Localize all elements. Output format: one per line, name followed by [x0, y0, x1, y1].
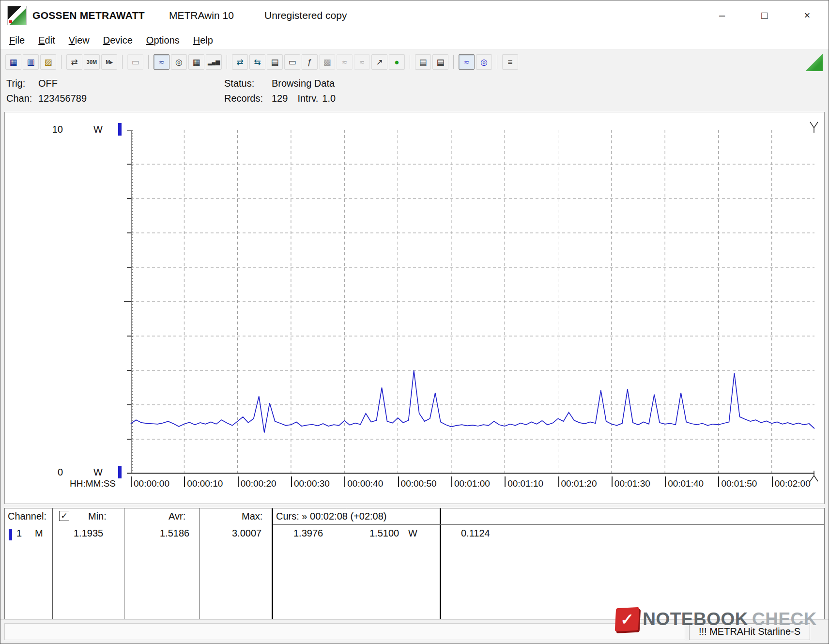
y-axis-marker-top[interactable]	[118, 123, 122, 136]
x-tick-label: 00:00:10	[187, 478, 223, 489]
zoom-cursor-icon: ◎	[480, 58, 488, 66]
x-tick	[344, 476, 345, 487]
status-label: Status:	[224, 76, 272, 91]
records-label: Records:	[224, 91, 272, 106]
monitor-icon: ▭	[288, 58, 296, 66]
menu-item-help[interactable]: Help	[186, 31, 220, 49]
memory-30m-button[interactable]: 30M	[84, 54, 100, 70]
import-data-icon: ⇄	[236, 58, 243, 66]
x-tick-label: 00:00:40	[347, 478, 383, 489]
x-axis: HH:MM:SS 00:00:0000:00:1000:00:2000:00:3…	[5, 474, 824, 503]
menu-item-edit[interactable]: Edit	[31, 31, 61, 49]
menu-item-options[interactable]: Options	[139, 31, 186, 49]
print-preview-button[interactable]: ▤	[415, 54, 431, 70]
read-device-icon: ⇄	[71, 58, 77, 66]
export-data-button[interactable]: ⇆	[249, 54, 265, 70]
x-tick-label: 00:01:50	[721, 478, 757, 489]
open-file-icon: ▨	[44, 58, 52, 66]
formula-button[interactable]: ƒ	[302, 54, 318, 70]
x-tick-label: 00:00:20	[241, 478, 276, 489]
waveform-b-button: ≈	[354, 54, 370, 70]
x-tick-label: 00:01:30	[614, 478, 650, 489]
signal-trace	[131, 370, 814, 433]
waveform-a-icon: ≈	[342, 58, 347, 66]
logo-red-dot	[9, 20, 12, 23]
plot-area[interactable]	[131, 130, 814, 474]
green-indicator-triangle-icon	[805, 54, 823, 71]
column-header-avr: Avr:	[169, 511, 185, 522]
window-app-name: METRAwin 10	[169, 0, 234, 31]
view-bar-chart-button[interactable]: ▂▄▆	[206, 54, 222, 70]
menu-item-file[interactable]: File	[2, 31, 31, 49]
menu-item-view[interactable]: View	[62, 31, 96, 49]
toolbar-separator	[227, 55, 227, 69]
column-header-cursor: Curs: » 00:02:08 (+02:08)	[276, 511, 386, 522]
interval-timer-button[interactable]: ●	[389, 54, 405, 70]
acquisition-status-info: Status:Browsing Data Records:129Intrv.1.…	[224, 76, 336, 106]
x-tick	[718, 476, 719, 487]
chart-panel: 10 W 0 W HH:MM:SS 00:00:0000:00:1000:00:…	[4, 112, 825, 504]
toolbar-separator	[122, 55, 123, 69]
annotation-button[interactable]: ≡	[502, 54, 518, 70]
save-button[interactable]: ▦	[5, 54, 21, 70]
save-as-icon: ▥	[27, 58, 34, 66]
interval-label: Intrv.	[297, 93, 318, 104]
title-bar: GOSSEN METRAWATT METRAwin 10 Unregistere…	[0, 0, 829, 31]
view-line-chart-icon: ≈	[159, 58, 164, 66]
app-window: GOSSEN METRAWATT METRAwin 10 Unregistere…	[0, 0, 829, 644]
table-divider	[440, 508, 441, 619]
export-curve-icon: ↗	[376, 58, 383, 66]
print-button[interactable]: ▤	[432, 54, 448, 70]
notebookcheck-logo-icon: ✓	[615, 607, 640, 631]
menu-item-device[interactable]: Device	[96, 31, 139, 49]
x-tick-label: 00:00:50	[401, 478, 437, 489]
x-tick	[558, 476, 559, 487]
waveform-b-icon: ≈	[360, 58, 364, 66]
zoom-signal-button[interactable]: ≈	[459, 54, 475, 70]
x-tick	[505, 476, 506, 487]
toolbar-separator	[497, 55, 497, 69]
chan-value: 123456789	[38, 93, 87, 104]
channel-number: 1	[16, 528, 22, 539]
read-device-button[interactable]: ⇄	[66, 54, 82, 70]
monitor-button[interactable]: ▭	[284, 54, 300, 70]
import-data-button[interactable]: ⇄	[232, 54, 248, 70]
channel-visible-checkbox[interactable]: ✓	[59, 511, 69, 521]
x-tick	[184, 476, 185, 487]
status-value: Browsing Data	[272, 78, 335, 89]
y-axis-max-unit: W	[93, 124, 103, 135]
window-brand: GOSSEN METRAWATT	[32, 0, 145, 31]
measurement-table: Channel: ✓ Min: Avr: Max: Curs: » 00:02:…	[4, 508, 825, 619]
zoom-cursor-button[interactable]: ◎	[476, 54, 492, 70]
view-line-chart-button[interactable]: ≈	[154, 54, 169, 70]
x-tick-label: 00:01:10	[507, 478, 543, 489]
cursor-header-underline	[273, 524, 824, 525]
cursor-handle-top[interactable]	[810, 122, 818, 133]
keyboard-icon: ▭	[131, 58, 139, 66]
menu-bar: FileEditViewDeviceOptionsHelp	[0, 31, 829, 50]
cursor-delta-value: 0.1124	[461, 528, 490, 539]
x-tick	[291, 476, 292, 487]
export-data-icon: ⇆	[254, 58, 261, 66]
status-panel: Trig:OFF Chan:123456789 Status:Browsing …	[0, 74, 829, 109]
view-xy-button[interactable]: ◎	[171, 54, 187, 70]
annotation-icon: ≡	[508, 58, 513, 66]
cursor-b-unit: W	[408, 528, 417, 539]
open-file-button[interactable]: ▨	[40, 54, 56, 70]
column-header-min: Min:	[88, 511, 107, 522]
view-table-button[interactable]: ▦	[188, 54, 204, 70]
schedule-button[interactable]: ▤	[267, 54, 283, 70]
export-curve-button[interactable]: ↗	[371, 54, 387, 70]
close-button[interactable]: ×	[786, 0, 829, 31]
toolbar-separator	[148, 55, 149, 69]
minimize-button[interactable]: –	[701, 0, 743, 31]
maximize-button[interactable]: □	[743, 0, 786, 31]
save-as-button[interactable]: ▥	[23, 54, 39, 70]
print-preview-icon: ▤	[419, 58, 427, 66]
watermark-text-notebook: NOTEBOOK	[643, 609, 748, 629]
records-value: 129	[272, 93, 288, 104]
x-tick	[612, 476, 613, 487]
device-memory-button[interactable]: M▸	[101, 54, 117, 70]
app-logo-icon	[7, 6, 27, 25]
x-axis-label: HH:MM:SS	[70, 478, 116, 489]
